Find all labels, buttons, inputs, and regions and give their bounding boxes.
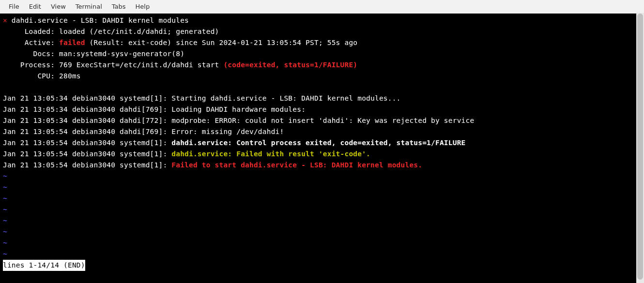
log-line-4-prefix: Jan 21 13:05:54 debian3040 dahdi[769]: — [3, 128, 171, 135]
process-value: 769 ExecStart=/etc/init.d/dahdi start — [59, 61, 223, 69]
log-line-2-prefix: Jan 21 13:05:34 debian3040 dahdi[769]: — [3, 105, 171, 113]
log-line-3-prefix: Jan 21 13:05:34 debian3040 dahdi[772]: — [3, 117, 171, 124]
log-line-6-prefix: Jan 21 13:05:54 debian3040 systemd[1]: — [3, 150, 171, 158]
cpu-value: 280ms — [59, 72, 81, 80]
service-title: dahdi.service - LSB: DAHDI kernel module… — [7, 16, 189, 24]
docs-value: man:systemd-sysv-generator(8) — [59, 50, 184, 58]
log-line-7-text: Failed to start dahdi.service - LSB: DAH… — [171, 161, 422, 169]
scrollbar-thumb[interactable] — [637, 14, 643, 280]
process-fail: (code=exited, status=1/FAILURE) — [223, 61, 357, 69]
pager-tilde: ~ — [3, 194, 7, 202]
scrollbar-track[interactable] — [636, 14, 644, 283]
log-line-1-prefix: Jan 21 13:05:34 debian3040 systemd[1]: — [3, 94, 171, 102]
loaded-value: loaded (/etc/init.d/dahdi; generated) — [59, 28, 219, 35]
status-dot-icon: × — [3, 16, 7, 24]
menu-view[interactable]: View — [46, 1, 71, 12]
pager-tilde: ~ — [3, 206, 7, 213]
loaded-label: Loaded: — [3, 28, 59, 35]
pager-tilde: ~ — [3, 228, 7, 236]
pager-tilde: ~ — [3, 217, 7, 224]
log-line-3-text: modprobe: ERROR: could not insert 'dahdi… — [171, 117, 474, 124]
log-line-5-text: dahdi.service: Control process exited, c… — [171, 139, 465, 147]
active-failed: failed — [59, 39, 85, 46]
log-line-6-text: dahdi.service: Failed with result 'exit-… — [171, 150, 370, 158]
menu-tabs[interactable]: Tabs — [107, 1, 131, 12]
log-line-1-text: Starting dahdi.service - LSB: DAHDI kern… — [171, 94, 400, 102]
menu-terminal[interactable]: Terminal — [71, 1, 107, 12]
active-label: Active: — [3, 39, 59, 46]
menu-edit[interactable]: Edit — [24, 1, 46, 12]
terminal-output[interactable]: × dahdi.service - LSB: DAHDI kernel modu… — [0, 14, 636, 283]
pager-tilde: ~ — [3, 172, 7, 180]
process-label: Process: — [3, 61, 59, 69]
docs-label: Docs: — [3, 50, 59, 58]
cpu-label: CPU: — [3, 72, 59, 80]
log-line-4-text: Error: missing /dev/dahdi! — [171, 128, 284, 135]
pager-tilde: ~ — [3, 239, 7, 247]
log-line-2-text: Loading DAHDI hardware modules: — [171, 105, 306, 113]
pager-status-line: lines 1-14/14 (END) — [3, 260, 85, 271]
pager-tilde: ~ — [3, 250, 7, 258]
pager-tilde: ~ — [3, 183, 7, 191]
log-line-7-prefix: Jan 21 13:05:54 debian3040 systemd[1]: — [3, 161, 171, 169]
menu-help[interactable]: Help — [131, 1, 155, 12]
active-rest: (Result: exit-code) since Sun 2024-01-21… — [85, 39, 358, 46]
menubar: File Edit View Terminal Tabs Help — [0, 0, 644, 14]
menu-file[interactable]: File — [4, 1, 24, 12]
log-line-5-prefix: Jan 21 13:05:54 debian3040 systemd[1]: — [3, 139, 171, 147]
